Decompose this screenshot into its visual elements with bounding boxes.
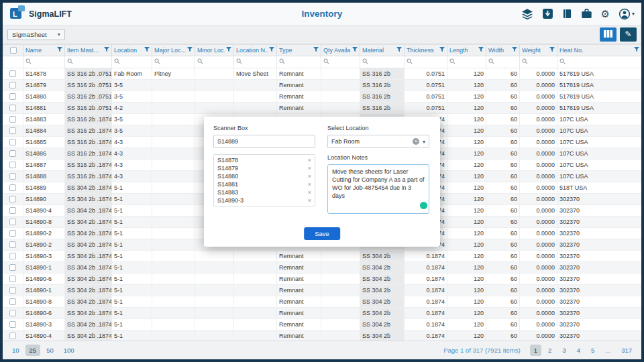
column-header-item-mast[interactable]: Item Mast...	[65, 45, 112, 56]
edit-button[interactable]: ✎	[620, 27, 637, 42]
column-search-width[interactable]	[486, 56, 520, 68]
column-header-major-loc[interactable]: Major Loc...	[152, 45, 195, 56]
column-header-minor-loc[interactable]: Minor Loc...	[195, 45, 234, 56]
column-search-material[interactable]	[360, 56, 405, 68]
location-dropdown[interactable]: Fab Room × ▾	[327, 135, 429, 148]
page-size-button[interactable]: 100	[60, 345, 78, 356]
filter-icon[interactable]	[187, 47, 193, 54]
select-all-checkbox[interactable]	[10, 47, 17, 54]
row-checkbox[interactable]	[9, 82, 16, 88]
remove-item-icon[interactable]: ×	[308, 181, 311, 188]
row-checkbox[interactable]	[9, 298, 16, 305]
column-header-type[interactable]: Type	[277, 45, 321, 56]
filter-icon[interactable]	[226, 47, 231, 54]
layers-icon[interactable]	[521, 8, 533, 20]
column-header-qty-availa[interactable]: Qty Availa...	[321, 45, 360, 56]
page-number-button[interactable]: 5	[587, 345, 598, 356]
filter-icon[interactable]	[634, 47, 639, 54]
user-icon[interactable]: ▾	[619, 8, 635, 20]
chevron-down-icon[interactable]: ▾	[423, 139, 425, 145]
column-header-location-n[interactable]: Location N...	[234, 45, 277, 56]
column-search-major-loc[interactable]	[152, 56, 195, 68]
filter-icon[interactable]	[104, 47, 109, 54]
row-checkbox[interactable]	[9, 253, 16, 259]
column-search-qty-availa[interactable]	[321, 56, 360, 68]
remove-item-icon[interactable]: ×	[308, 165, 311, 172]
remove-item-icon[interactable]: ×	[308, 189, 311, 196]
page-number-button[interactable]: 3	[558, 345, 570, 356]
page-size-button[interactable]: 25	[25, 345, 41, 356]
column-search-minor-loc[interactable]	[195, 56, 234, 68]
row-checkbox[interactable]	[9, 241, 16, 248]
row-checkbox[interactable]	[9, 184, 16, 191]
table-row[interactable]: S14890-8SS 304 2b .1874...5-1RemnantSS 3…	[3, 296, 642, 308]
page-size-button[interactable]: 50	[42, 345, 58, 356]
page-number-button[interactable]: 1	[530, 345, 541, 356]
filter-icon[interactable]	[439, 47, 445, 54]
filter-icon[interactable]	[549, 47, 555, 54]
column-header-weight[interactable]: Weight	[520, 45, 557, 56]
row-checkbox[interactable]	[9, 230, 16, 237]
briefcase-icon[interactable]	[581, 8, 592, 19]
column-search-weight[interactable]	[520, 56, 557, 68]
grammarly-icon[interactable]	[420, 202, 427, 209]
table-row[interactable]: S14890-3SS 304 2b .1874...5-1RemnantSS 3…	[3, 319, 642, 330]
table-row[interactable]: S14881SS 316 2b .0751...4-2RemnantSS 316…	[3, 103, 642, 114]
page-number-button[interactable]: 4	[573, 345, 584, 356]
row-checkbox[interactable]	[9, 105, 16, 111]
column-search-name[interactable]	[23, 56, 65, 68]
row-checkbox[interactable]	[9, 310, 16, 316]
column-search-thickness[interactable]	[405, 56, 447, 68]
table-row[interactable]: S14878SS 316 2b .0751...Fab RoomPitneyMo…	[3, 68, 642, 80]
row-checkbox[interactable]	[9, 139, 16, 145]
column-search-location[interactable]	[112, 56, 152, 68]
row-checkbox[interactable]	[9, 321, 16, 328]
save-button[interactable]: Save	[304, 227, 340, 240]
row-checkbox[interactable]	[9, 264, 16, 271]
filter-icon[interactable]	[352, 47, 358, 54]
location-notes-textarea[interactable]: Move these sheets for Laser Cutting for …	[327, 164, 429, 214]
filter-icon[interactable]	[396, 47, 402, 54]
import-icon[interactable]	[542, 8, 553, 19]
column-header-heat-no[interactable]: Heat No.	[557, 45, 642, 56]
row-checkbox[interactable]	[9, 207, 16, 214]
table-row[interactable]: S14890-1SS 304 2b .1874...5-1RemnantSS 3…	[3, 285, 642, 296]
table-row[interactable]: S14890-1SS 304 2b .1874...5-1RemnantSS 3…	[3, 262, 642, 274]
row-checkbox[interactable]	[9, 196, 16, 202]
columns-button[interactable]	[600, 27, 616, 42]
column-search-location-n[interactable]	[234, 56, 277, 68]
table-row[interactable]: S14890-6SS 304 2b .1874...5-1RemnantSS 3…	[3, 308, 642, 319]
page-number-button[interactable]: 2	[544, 345, 555, 356]
column-header-location[interactable]: Location	[112, 45, 152, 56]
row-checkbox[interactable]	[9, 70, 16, 77]
scanner-input[interactable]	[213, 135, 315, 148]
column-search-type[interactable]	[277, 56, 321, 68]
column-header-width[interactable]: Width	[486, 45, 520, 56]
row-checkbox[interactable]	[9, 127, 16, 134]
row-checkbox[interactable]	[9, 150, 16, 157]
table-row[interactable]: S14890-6SS 304 2b .1874...5-1RemnantSS 3…	[3, 274, 642, 285]
filter-icon[interactable]	[144, 47, 150, 54]
gear-icon[interactable]: ⚙	[601, 9, 610, 19]
column-header-name[interactable]: Name	[23, 45, 65, 56]
remove-item-icon[interactable]: ×	[308, 173, 311, 180]
table-row[interactable]: S14890-3SS 304 2b .1874...5-1RemnantSS 3…	[3, 251, 642, 262]
row-checkbox[interactable]	[9, 333, 16, 339]
remove-item-icon[interactable]: ×	[308, 197, 311, 204]
remove-item-icon[interactable]: ×	[308, 157, 311, 164]
filter-icon[interactable]	[57, 47, 62, 54]
row-checkbox[interactable]	[9, 173, 16, 180]
page-size-button[interactable]: 10	[8, 345, 23, 356]
column-search-heat-no[interactable]	[557, 56, 642, 68]
filter-icon[interactable]	[512, 47, 517, 54]
page-number-button[interactable]: 317	[617, 345, 636, 356]
row-checkbox[interactable]	[9, 93, 16, 100]
row-checkbox[interactable]	[9, 287, 16, 294]
column-header-length[interactable]: Length	[447, 45, 486, 56]
column-search-item-mast[interactable]	[65, 56, 112, 68]
clear-icon[interactable]: ×	[413, 138, 419, 145]
column-header-material[interactable]: Material	[360, 45, 405, 56]
table-row[interactable]: S14890-4SS 304 2b .1874...5-1RemnantSS 3…	[3, 330, 642, 341]
table-row[interactable]: S14880SS 316 2b .0751...3-5RemnantSS 316…	[3, 91, 642, 103]
row-checkbox[interactable]	[9, 116, 16, 123]
